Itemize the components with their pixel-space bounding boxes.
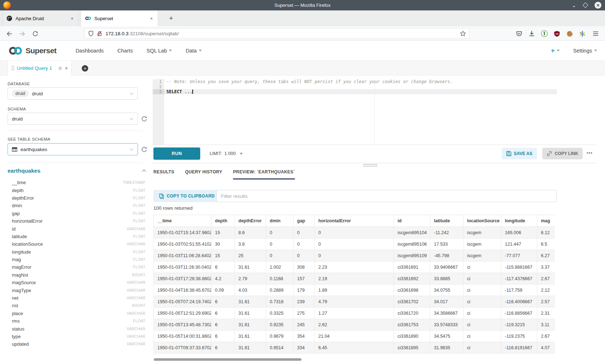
schema-column-name: gap bbox=[8, 211, 133, 216]
table-cell: 2.19 bbox=[315, 273, 394, 285]
close-tab-icon[interactable]: × bbox=[149, 16, 154, 21]
table-cell: 2.23 bbox=[315, 261, 394, 273]
url-host: 172.18.0.3 bbox=[106, 31, 129, 36]
sql-keyword: SELECT bbox=[166, 89, 182, 94]
limit-dropdown[interactable]: LIMIT: 1 000 bbox=[210, 147, 243, 160]
table-cell: 121.447 bbox=[501, 238, 537, 250]
refresh-schemas-button[interactable] bbox=[140, 115, 148, 122]
save-as-button[interactable]: SAVE AS bbox=[502, 148, 537, 159]
tracking-shield-icon[interactable] bbox=[88, 31, 94, 36]
tab-results[interactable]: RESULTS bbox=[153, 169, 174, 179]
pocket-icon[interactable] bbox=[514, 29, 524, 38]
refresh-tables-button[interactable] bbox=[140, 146, 148, 153]
hamburger-menu-icon[interactable] bbox=[591, 29, 600, 38]
settings-menu[interactable]: Settings bbox=[573, 48, 597, 54]
pane-resize-handle[interactable] bbox=[363, 164, 377, 168]
new-browser-tab-button[interactable]: + bbox=[166, 13, 176, 23]
browser-tab-apache-druid[interactable]: Apache Druid × bbox=[2, 10, 79, 26]
chevron-down-icon bbox=[240, 153, 243, 155]
schema-column-name: type bbox=[8, 334, 127, 339]
column-header-id[interactable]: id bbox=[394, 215, 430, 227]
schema-value: druid bbox=[12, 116, 23, 122]
nav-item-data[interactable]: Data bbox=[185, 48, 202, 54]
copy-to-clipboard-button[interactable]: COPY TO CLIPBOARD bbox=[153, 190, 220, 202]
close-query-tab-icon[interactable]: × bbox=[65, 65, 68, 71]
insecure-lock-icon[interactable] bbox=[97, 31, 102, 36]
close-tab-icon[interactable]: × bbox=[70, 16, 75, 21]
maximize-icon[interactable] bbox=[583, 3, 588, 8]
new-item-menu[interactable]: + bbox=[551, 47, 559, 55]
schema-select[interactable]: druid bbox=[8, 113, 138, 125]
column-header-horizontalError[interactable]: horizontalError bbox=[315, 215, 394, 227]
sidebar-divider bbox=[8, 131, 142, 131]
nav-item-charts[interactable]: Charts bbox=[117, 48, 133, 54]
table-select[interactable]: earthquakes bbox=[8, 143, 138, 155]
line-number: 3 bbox=[153, 89, 164, 94]
extension-green-icon[interactable] bbox=[539, 29, 549, 38]
table-cell: 33.8885 bbox=[430, 273, 463, 285]
filter-results-input[interactable] bbox=[216, 190, 557, 202]
superset-logo[interactable]: Superset bbox=[8, 46, 57, 56]
nav-item-dashboards[interactable]: Dashboards bbox=[76, 48, 104, 54]
browser-tab-superset[interactable]: Superset × bbox=[81, 10, 158, 26]
url-bar[interactable]: 172.18.0.3:32108/superset/sqllab/ bbox=[84, 28, 470, 39]
ublock-origin-icon[interactable]: uO bbox=[552, 29, 562, 38]
schema-column-row: magNstBIGINT bbox=[8, 271, 145, 279]
table-cell: 0 bbox=[293, 227, 315, 238]
cookie-extension-icon[interactable] bbox=[565, 29, 574, 38]
schema-column-row: __timeTIMESTAMP bbox=[8, 179, 145, 186]
table-cell: -45.798 bbox=[430, 250, 463, 261]
sql-editor[interactable]: 1 2 3 -- Note: Unless you save your quer… bbox=[153, 79, 557, 145]
more-actions-button[interactable]: ••• bbox=[587, 150, 593, 155]
schema-column-name: magNst bbox=[8, 272, 132, 278]
schema-column-row: placeVARCHAR bbox=[8, 310, 145, 317]
table-cell: ci bbox=[463, 296, 501, 308]
table-row: 1950-01-07T09:37:33.670Z631.610.95143346… bbox=[154, 342, 555, 354]
minimize-icon[interactable]: ⌄ bbox=[572, 4, 576, 7]
back-button[interactable] bbox=[4, 29, 14, 38]
column-header-latitude[interactable]: latitude bbox=[430, 215, 463, 227]
table-horizontal-scrollbar[interactable] bbox=[154, 358, 301, 361]
sparkle-extension-icon[interactable] bbox=[577, 29, 587, 38]
database-select[interactable]: druid druid bbox=[8, 87, 138, 100]
tab-query-history[interactable]: QUERY HISTORY bbox=[185, 169, 222, 179]
superset-navbar: Superset Dashboards Charts SQL Lab Data … bbox=[0, 41, 605, 61]
reload-button[interactable] bbox=[30, 29, 40, 38]
run-button[interactable]: RUN bbox=[153, 147, 200, 160]
schema-column-row: statusVARCHAR bbox=[8, 325, 145, 332]
column-header-depthError[interactable]: depthError bbox=[235, 215, 266, 227]
copy-link-button[interactable]: COPY LINK bbox=[542, 148, 583, 159]
column-header-gap[interactable]: gap bbox=[293, 215, 315, 227]
browser-tabstrip: Apache Druid × Superset × + bbox=[0, 10, 605, 26]
drag-grip-icon[interactable] bbox=[12, 66, 14, 70]
tab-preview-earthquakes[interactable]: PREVIEW: `EARTHQUAKES` bbox=[233, 169, 295, 179]
table-cell: 0 bbox=[315, 238, 394, 250]
bookmark-star-icon[interactable] bbox=[460, 31, 466, 37]
table-cell: 0.1168 bbox=[266, 273, 293, 285]
collapse-chevron-icon[interactable] bbox=[142, 169, 146, 172]
downloads-icon[interactable] bbox=[527, 29, 537, 38]
table-cell: 31.61 bbox=[235, 342, 266, 354]
table-schema-heading[interactable]: earthquakes bbox=[8, 168, 40, 174]
window-title: Superset — Mozilla Firefox bbox=[0, 0, 605, 10]
column-header-locationSource[interactable]: locationSource bbox=[463, 215, 501, 227]
table-cell: iscgem bbox=[463, 238, 501, 250]
column-header-longitude[interactable]: longitude bbox=[501, 215, 537, 227]
nav-item-sql-lab[interactable]: SQL Lab bbox=[147, 48, 172, 54]
forward-button[interactable] bbox=[17, 29, 27, 38]
schema-column-type: FLOAT bbox=[133, 196, 145, 200]
close-window-icon[interactable]: ✕ bbox=[595, 2, 601, 9]
sidebar-divider bbox=[8, 163, 142, 163]
editor-active-line bbox=[164, 89, 557, 94]
column-header-depth[interactable]: depth bbox=[211, 215, 235, 227]
schema-column-name: id bbox=[8, 226, 127, 232]
table-cell: 31.61 bbox=[235, 296, 266, 308]
column-header-mag[interactable]: mag bbox=[537, 215, 555, 227]
column-header-dmin[interactable]: dmin bbox=[266, 215, 293, 227]
column-header-time[interactable]: __time bbox=[154, 215, 211, 227]
add-query-tab-button[interactable]: + bbox=[82, 65, 88, 72]
schema-column-type: VARCHAR bbox=[127, 342, 145, 346]
query-tab-untitled-query-1[interactable]: Untitled Query 1 × bbox=[8, 61, 72, 76]
url-text[interactable]: 172.18.0.3:32108/superset/sqllab/ bbox=[106, 31, 457, 36]
table-cell: ci3361890 bbox=[394, 331, 430, 342]
